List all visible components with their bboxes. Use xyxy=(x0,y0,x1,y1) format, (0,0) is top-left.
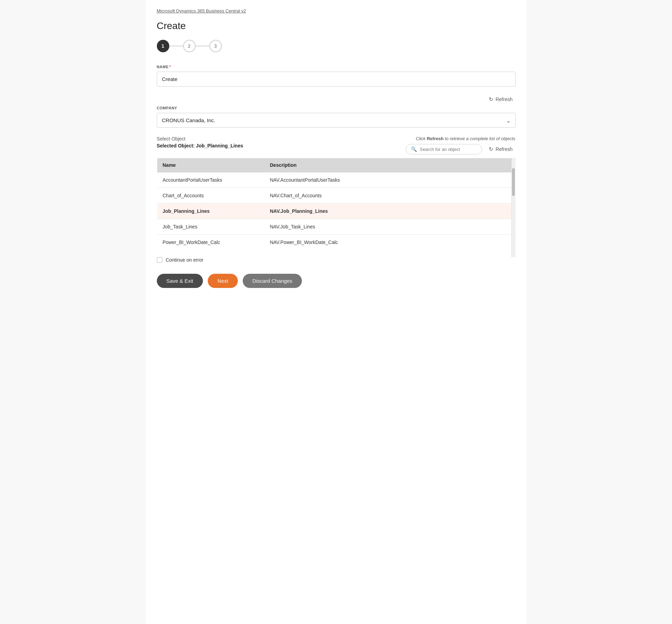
select-object-section: Select Object Selected Object: Job_Plann… xyxy=(157,136,516,257)
page-container: Microsoft Dynamics 365 Business Central … xyxy=(146,0,527,624)
table-row[interactable]: Job_Task_LinesNAV.Job_Task_Lines xyxy=(157,219,515,235)
select-object-right: Click Refresh to retrieve a complete lis… xyxy=(406,136,515,154)
object-refresh-label: Refresh xyxy=(495,146,512,152)
step-1[interactable]: 1 xyxy=(157,40,169,52)
table-row[interactable]: Power_BI_WorkDate_CalcNAV.Power_BI_WorkD… xyxy=(157,235,515,250)
table-cell-description: NAV.Chart_of_Accounts xyxy=(265,188,516,204)
table-cell-name: Chart_of_Accounts xyxy=(157,188,265,204)
company-select[interactable]: CRONUS Canada, Inc. xyxy=(157,113,516,128)
name-field-group: NAME* xyxy=(157,65,516,87)
breadcrumb[interactable]: Microsoft Dynamics 365 Business Central … xyxy=(157,8,516,13)
company-refresh-label: Refresh xyxy=(495,97,512,102)
page-title: Create xyxy=(157,20,516,31)
col-header-description: Description xyxy=(265,158,516,172)
name-input[interactable] xyxy=(157,72,516,87)
company-select-wrapper: CRONUS Canada, Inc. ⌄ xyxy=(157,113,516,128)
search-refresh-row: 🔍 ↻ Refresh xyxy=(406,144,515,154)
company-refresh-icon: ↻ xyxy=(489,96,493,102)
scroll-thumb xyxy=(512,168,515,196)
table-cell-name: Power_BI_WorkDate_Calc xyxy=(157,235,265,250)
step-connector-1 xyxy=(169,46,183,46)
select-object-header: Select Object Selected Object: Job_Plann… xyxy=(157,136,516,154)
click-refresh-hint: Click Refresh to retrieve a complete lis… xyxy=(416,136,516,141)
select-object-title: Select Object xyxy=(157,136,243,142)
step-3[interactable]: 3 xyxy=(209,40,222,52)
continue-on-error-row: Continue on error xyxy=(157,257,516,263)
table-header: Name Description xyxy=(157,158,515,172)
footer-buttons: Save & Exit Next Discard Changes xyxy=(157,274,516,288)
search-icon: 🔍 xyxy=(411,146,417,152)
table-cell-description: NAV.Job_Task_Lines xyxy=(265,219,516,235)
object-refresh-button[interactable]: ↻ Refresh xyxy=(486,145,515,154)
table-scroll-container: Name Description AccountantPortalUserTas… xyxy=(157,158,516,257)
search-input[interactable] xyxy=(420,147,477,152)
table-row[interactable]: Chart_of_AccountsNAV.Chart_of_Accounts xyxy=(157,188,515,204)
continue-on-error-checkbox[interactable] xyxy=(157,257,162,263)
table-header-row: Name Description xyxy=(157,158,515,172)
table-row[interactable]: AccountantPortalUserTasksNAV.AccountantP… xyxy=(157,172,515,188)
hint-bold: Refresh xyxy=(427,136,443,141)
objects-table: Name Description AccountantPortalUserTas… xyxy=(157,158,516,250)
discard-changes-button[interactable]: Discard Changes xyxy=(243,274,302,288)
table-cell-description: NAV.Job_Planning_Lines xyxy=(265,204,516,219)
table-cell-name: Job_Task_Lines xyxy=(157,219,265,235)
select-object-left: Select Object Selected Object: Job_Plann… xyxy=(157,136,243,148)
table-cell-name: Job_Planning_Lines xyxy=(157,204,265,219)
col-header-name: Name xyxy=(157,158,265,172)
stepper: 1 2 3 xyxy=(157,40,516,52)
table-cell-name: AccountantPortalUserTasks xyxy=(157,172,265,188)
company-refresh-button[interactable]: ↻ Refresh xyxy=(486,95,515,104)
company-field-group: ↻ Refresh COMPANY CRONUS Canada, Inc. ⌄ xyxy=(157,95,516,128)
table-cell-description: NAV.AccountantPortalUserTasks xyxy=(265,172,516,188)
next-button[interactable]: Next xyxy=(208,274,238,288)
company-refresh-row: ↻ Refresh xyxy=(157,95,516,104)
selected-object-label: Selected Object: Job_Planning_Lines xyxy=(157,143,243,148)
scrollbar[interactable] xyxy=(511,158,516,257)
step-connector-2 xyxy=(196,46,209,46)
step-2[interactable]: 2 xyxy=(183,40,196,52)
table-body: AccountantPortalUserTasksNAV.AccountantP… xyxy=(157,172,515,250)
object-refresh-icon: ↻ xyxy=(489,146,493,152)
required-marker: * xyxy=(169,65,171,69)
company-label: COMPANY xyxy=(157,106,516,110)
search-box: 🔍 xyxy=(406,144,482,154)
table-cell-description: NAV.Power_BI_WorkDate_Calc xyxy=(265,235,516,250)
save-exit-button[interactable]: Save & Exit xyxy=(157,274,203,288)
table-row[interactable]: Job_Planning_LinesNAV.Job_Planning_Lines xyxy=(157,204,515,219)
continue-on-error-label: Continue on error xyxy=(166,257,204,263)
name-label: NAME* xyxy=(157,65,516,69)
